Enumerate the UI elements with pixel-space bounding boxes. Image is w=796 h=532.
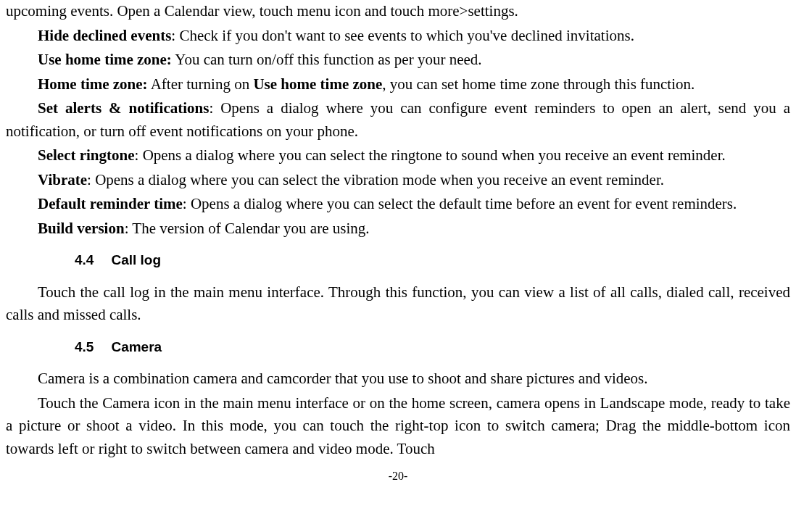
- text-use-home-tz: You can turn on/off this function as per…: [172, 51, 482, 68]
- paragraph-build-version: Build version: The version of Calendar y…: [6, 217, 790, 241]
- paragraph-use-home-tz: Use home time zone: You can turn on/off …: [6, 49, 790, 72]
- text-call-log-body: Touch the call log in the main menu inte…: [6, 283, 790, 324]
- page-number: -20-: [6, 467, 790, 485]
- paragraph-default-reminder: Default reminder time: Opens a dialog wh…: [6, 193, 790, 216]
- section-number-call-log: 4.4: [75, 250, 94, 271]
- text-camera-body2: Touch the Camera icon in the main menu i…: [6, 394, 790, 457]
- label-use-home-tz-inline: Use home time zone: [253, 75, 382, 93]
- document-page: upcoming events. Open a Calendar view, t…: [6, 0, 790, 485]
- section-number-camera: 4.5: [75, 337, 94, 358]
- paragraph-hide-declined: Hide declined events: Check if you don't…: [6, 25, 790, 48]
- label-set-alerts: Set alerts & notifications: [38, 99, 209, 117]
- label-select-ringtone: Select ringtone: [38, 146, 135, 164]
- section-heading-call-log: 4.4Call log: [75, 250, 790, 271]
- text-home-tz-rest: , you can set home time zone through thi…: [382, 75, 695, 93]
- section-title-call-log: Call log: [111, 252, 161, 267]
- text-vibrate: : Opens a dialog where you can select th…: [87, 171, 664, 188]
- label-hide-declined: Hide declined events: [38, 27, 171, 44]
- text-hide-declined: : Check if you don't want to see events …: [171, 27, 634, 44]
- label-build-version: Build version: [38, 220, 125, 237]
- paragraph-camera-body2: Touch the Camera icon in the main menu i…: [6, 392, 790, 461]
- paragraph-select-ringtone: Select ringtone: Opens a dialog where yo…: [6, 144, 790, 167]
- paragraph-opening: upcoming events. Open a Calendar view, t…: [6, 0, 790, 23]
- text-select-ringtone: : Opens a dialog where you can select th…: [135, 146, 726, 164]
- text-opening: upcoming events. Open a Calendar view, t…: [6, 2, 518, 20]
- paragraph-call-log-body: Touch the call log in the main menu inte…: [6, 281, 790, 327]
- section-heading-camera: 4.5Camera: [75, 337, 790, 358]
- page-number-text: -20-: [389, 470, 408, 482]
- paragraph-set-alerts: Set alerts & notifications: Opens a dial…: [6, 97, 790, 143]
- paragraph-camera-body1: Camera is a combination camera and camco…: [6, 367, 790, 391]
- label-use-home-tz: Use home time zone:: [38, 51, 172, 68]
- text-camera-body1: Camera is a combination camera and camco…: [38, 370, 647, 387]
- text-default-reminder: : Opens a dialog where you can select th…: [183, 195, 737, 212]
- text-home-tz-mid: After turning on: [148, 75, 254, 93]
- paragraph-vibrate: Vibrate: Opens a dialog where you can se…: [6, 169, 790, 192]
- label-home-tz: Home time zone:: [38, 75, 148, 93]
- label-default-reminder: Default reminder time: [38, 195, 183, 212]
- paragraph-home-tz: Home time zone: After turning on Use hom…: [6, 73, 790, 96]
- label-vibrate: Vibrate: [38, 171, 87, 188]
- section-title-camera: Camera: [111, 339, 162, 354]
- text-build-version: : The version of Calendar you are using.: [125, 220, 370, 237]
